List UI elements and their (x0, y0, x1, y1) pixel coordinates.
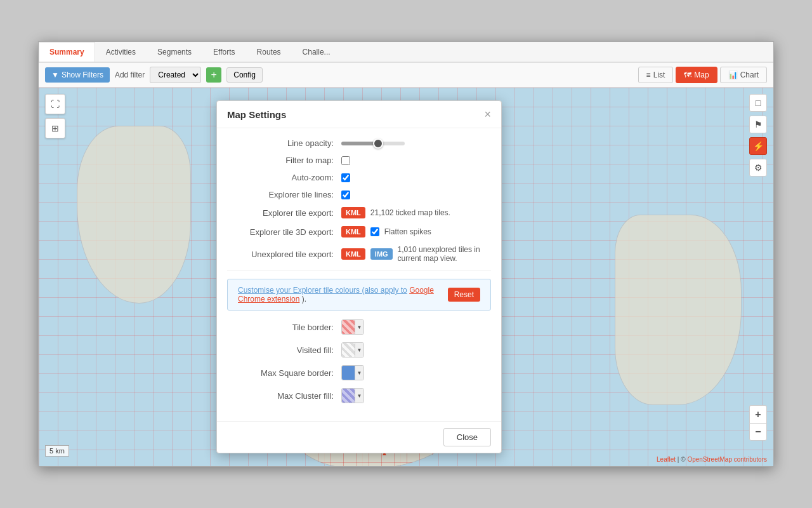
max-square-border-arrow: ▼ (355, 366, 363, 380)
auto-zoom-row: Auto-zoom: (227, 173, 491, 182)
tab-challenges[interactable]: Challe... (292, 42, 341, 62)
kml-3d-button[interactable]: KML (341, 226, 365, 237)
filter-to-map-row: Filter to map: (227, 156, 491, 165)
customise-row: Customise your Explorer tile colours (al… (227, 279, 491, 311)
show-filters-button[interactable]: ▼ Show Filters (45, 67, 110, 83)
visited-fill-arrow: ▼ (355, 343, 363, 357)
auto-zoom-label: Auto-zoom: (227, 173, 341, 182)
explorer-tile-lines-row: Explorer tile lines: (227, 190, 491, 199)
filter-arrow-icon: ▼ (51, 70, 59, 79)
main-window: Summary Activities Segments Efforts Rout… (38, 41, 774, 467)
visited-fill-label: Visited fill: (227, 345, 341, 355)
max-cluster-fill-label: Max Cluster fill: (227, 391, 341, 401)
tile-border-control: ▼ (341, 319, 364, 335)
max-square-border-label: Max Square border: (227, 368, 341, 378)
visited-fill-swatch (342, 343, 355, 357)
explorer-tile-note: 21,102 ticked map tiles. (370, 208, 450, 217)
unexplored-tile-control: KML IMG 1,010 unexplored tiles in curren… (341, 245, 491, 263)
tab-efforts[interactable]: Efforts (202, 42, 246, 62)
app-wrapper: Summary Activities Segments Efforts Rout… (0, 0, 812, 508)
filter-to-map-checkbox[interactable] (341, 156, 350, 165)
line-opacity-label: Line opacity: (227, 138, 341, 148)
visited-fill-color-picker[interactable]: ▼ (341, 342, 364, 358)
tile-border-color-picker[interactable]: ▼ (341, 319, 364, 335)
tab-routes[interactable]: Routes (246, 42, 292, 62)
explorer-tile-export-control: KML 21,102 ticked map tiles. (341, 207, 450, 218)
explorer-tile-lines-control (341, 190, 350, 199)
map-view-button[interactable]: 🗺 Map (676, 67, 717, 83)
customise-text: Customise your Explorer tile colours (al… (238, 286, 448, 304)
chart-label: Chart (740, 70, 759, 79)
tab-segments[interactable]: Segments (147, 42, 202, 62)
img-unexplored-button[interactable]: IMG (370, 248, 393, 260)
max-square-border-control: ▼ (341, 365, 364, 380)
max-cluster-fill-arrow: ▼ (355, 389, 363, 403)
max-square-border-swatch (342, 366, 355, 380)
list-view-button[interactable]: ≡ List (638, 67, 674, 83)
show-filters-label: Show Filters (62, 70, 103, 79)
unexplored-tile-label: Unexplored tile export: (227, 250, 341, 259)
max-square-border-row: Max Square border: ▼ (227, 365, 491, 380)
visited-fill-control: ▼ (341, 342, 364, 358)
close-dialog-button[interactable]: Close (443, 428, 491, 446)
customise-end: ). (302, 295, 306, 304)
add-filter-button[interactable]: + (206, 67, 221, 83)
tab-summary[interactable]: Summary (39, 42, 95, 62)
kml-export-button[interactable]: KML (341, 207, 365, 218)
explorer-tile-export-row: Explorer tile export: KML 21,102 ticked … (227, 207, 491, 218)
dialog-body: Line opacity: Filter to map: (217, 128, 501, 421)
customise-link[interactable]: Customise your Explorer tile colours (al… (238, 286, 407, 295)
dialog-header: Map Settings × (217, 101, 501, 128)
auto-zoom-checkbox[interactable] (341, 173, 350, 182)
config-button[interactable]: Config (226, 67, 263, 83)
flatten-spikes-checkbox[interactable] (370, 227, 379, 236)
max-square-border-color-picker[interactable]: ▼ (341, 365, 364, 380)
explorer-tile-export-label: Explorer tile export: (227, 208, 341, 218)
explorer-tile-3d-row: Explorer tile 3D export: KML Flatten spi… (227, 226, 491, 237)
map-icon: 🗺 (684, 70, 691, 79)
dialog-title: Map Settings (227, 109, 286, 120)
filter-to-map-label: Filter to map: (227, 156, 341, 165)
dialog-footer: Close (217, 421, 501, 453)
unexplored-note: 1,010 unexplored tiles in current map vi… (398, 245, 491, 263)
tile-border-arrow: ▼ (355, 320, 363, 334)
explorer-tile-lines-label: Explorer tile lines: (227, 190, 341, 199)
reset-button[interactable]: Reset (448, 288, 480, 302)
explorer-tile-3d-label: Explorer tile 3D export: (227, 227, 341, 237)
auto-zoom-control (341, 173, 350, 182)
max-cluster-fill-color-picker[interactable]: ▼ (341, 388, 364, 403)
explorer-tile-3d-control: KML Flatten spikes (341, 226, 431, 237)
toolbar: ▼ Show Filters Add filter Created + Conf… (39, 63, 773, 88)
line-opacity-control (341, 142, 405, 145)
map-label: Map (694, 70, 709, 79)
map-settings-dialog: Map Settings × Line opacity: Filter to m… (216, 100, 502, 453)
separator (227, 271, 491, 271)
kml-unexplored-button[interactable]: KML (341, 248, 365, 260)
tile-border-label: Tile border: (227, 323, 341, 332)
list-label: List (653, 70, 665, 79)
line-opacity-row: Line opacity: (227, 138, 491, 148)
map-area[interactable]: ▲ ▲ ▲ ▲ ▲ ▲ ▲ ▲ ⛶ ⊞ □ ⚑ ⚡ ⚙ (39, 88, 773, 466)
tab-bar: Summary Activities Segments Efforts Rout… (39, 42, 773, 63)
add-filter-label: Add filter (115, 70, 145, 79)
flatten-spikes-label: Flatten spikes (384, 227, 431, 236)
filter-select[interactable]: Created (150, 67, 201, 83)
view-buttons: ≡ List 🗺 Map 📊 Chart (638, 67, 767, 83)
max-cluster-fill-control: ▼ (341, 388, 364, 403)
line-opacity-slider[interactable] (341, 142, 405, 145)
chart-icon: 📊 (728, 70, 738, 79)
list-icon: ≡ (646, 70, 651, 79)
max-cluster-fill-swatch (342, 389, 355, 403)
chart-view-button[interactable]: 📊 Chart (720, 67, 767, 83)
filter-to-map-control (341, 156, 350, 165)
tab-activities[interactable]: Activities (95, 42, 147, 62)
tile-border-swatch (342, 320, 355, 334)
explorer-tile-lines-checkbox[interactable] (341, 190, 350, 199)
tile-border-row: Tile border: ▼ (227, 319, 491, 335)
visited-fill-row: Visited fill: ▼ (227, 342, 491, 358)
dialog-close-button[interactable]: × (484, 109, 491, 120)
max-cluster-fill-row: Max Cluster fill: ▼ (227, 388, 491, 403)
unexplored-tile-row: Unexplored tile export: KML IMG 1,010 un… (227, 245, 491, 263)
